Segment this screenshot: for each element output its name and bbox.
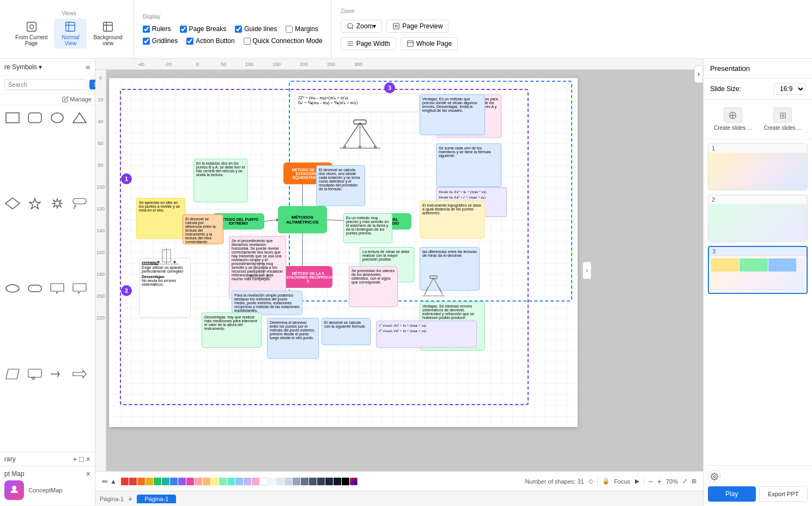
node-determina-desnivel: Determina el desnivel entre los puntos p… [267,318,319,359]
play-btn[interactable]: Play [708,486,756,502]
page-preview-btn[interactable]: Page Preview [386,20,449,33]
right-panel-toggle-outer: › [694,65,703,83]
gridlines-checkbox[interactable]: Gridlines [143,37,178,45]
settings-btn[interactable] [708,470,721,483]
color-swatch-teal[interactable] [162,478,169,485]
color-swatch-light-blue[interactable] [235,478,243,485]
page-width-btn[interactable]: Page Width [341,37,396,50]
fullscreen-icon[interactable]: ⤢ [682,478,687,485]
whole-page-btn[interactable]: Whole Page [401,37,458,50]
shape-star[interactable] [27,195,43,212]
concept-map-close-btn[interactable]: × [86,469,90,478]
shape-diamond[interactable] [4,195,21,212]
quick-connection-checkbox[interactable]: Quick Connection Mode [244,37,323,45]
color-custom[interactable] [350,478,357,485]
canvas-viewport[interactable]: 0 20 40 60 80 100 120 140 160 180 200 22… [95,70,703,471]
triangle-tool[interactable]: ▲ [110,478,117,485]
svg-point-17 [74,207,75,208]
color-swatch-gray3[interactable] [284,478,292,485]
shape-oval[interactable] [4,280,21,297]
action-button-checkbox[interactable]: Action Button [186,37,234,45]
color-swatch-gray2[interactable] [276,478,284,485]
pen-tool[interactable]: ✏ [102,477,108,486]
node-desventajas-box: Desventajas: hay que realizar más medici… [202,312,262,348]
diagram-tripod-2 [420,272,447,302]
color-swatch-gray4[interactable] [293,478,300,485]
color-swatch-red[interactable] [121,478,129,485]
color-swatch-purple[interactable] [178,478,186,485]
color-swatch-light-orange[interactable] [203,478,210,485]
color-swatch-gray1[interactable] [268,478,276,485]
focus-label[interactable]: Focus [614,478,631,485]
shape-starburst[interactable] [49,195,65,212]
library-header: rary + □ × [4,455,90,463]
slide-item-3[interactable]: 3 [708,246,808,294]
margins-checkbox[interactable]: Margins [286,25,318,33]
library-expand-btn[interactable]: □ [79,455,83,463]
slide-item-2[interactable]: 2 [708,195,808,242]
color-swatch-pink[interactable] [186,478,194,485]
add-page-btn[interactable]: + [126,495,135,503]
shape-parallelogram[interactable] [4,366,21,382]
normal-view-btn[interactable]: Normal View [54,19,87,49]
color-swatch-light-purple[interactable] [244,478,251,485]
slide-item-1[interactable]: 1 [708,143,808,190]
color-swatch-black[interactable] [342,478,349,485]
shape-arrow[interactable] [49,366,65,382]
color-swatch-white[interactable] [260,478,268,485]
shape-rounded-rect[interactable] [27,110,43,126]
page-tabs: Página-1 + Página-1 [95,491,703,506]
right-panel-collapse[interactable]: › [583,262,591,279]
manage-btn[interactable]: Manage [62,96,92,103]
color-swatch-light-red[interactable] [195,478,202,485]
color-swatch-gray8[interactable] [325,478,333,485]
slide-1-preview [708,153,807,190]
shape-rectangle[interactable] [4,110,21,126]
slide-size-select[interactable]: 16:9 [774,83,805,95]
color-swatch-gray5[interactable] [301,478,308,485]
create-slides-btn-1[interactable]: ⊕ Create slides ... [710,105,756,133]
shape-triangle[interactable] [71,110,88,126]
play-icon[interactable]: ▶ [635,478,639,485]
zoom-out-btn[interactable]: − [649,477,653,486]
color-swatch-light-pink[interactable] [252,478,259,485]
page-tab-1[interactable]: Página-1 [137,495,176,503]
color-swatch-red2[interactable] [129,478,137,485]
color-swatch-light-yellow[interactable] [211,478,219,485]
from-current-page-btn[interactable]: From Current Page [11,19,52,49]
shape-speech-bubble[interactable] [49,280,65,297]
shape-wide-arrow[interactable] [71,366,88,382]
zoom-row-2: Page Width Whole Page [341,37,458,50]
library-add-btn[interactable]: + [72,455,77,463]
rulers-checkbox[interactable]: Rulers [143,25,171,33]
guide-lines-checkbox[interactable]: Guide lines [235,25,277,33]
color-swatch-blue[interactable] [170,478,178,485]
color-swatch-gray7[interactable] [317,478,325,485]
export-ppt-btn[interactable]: Export PPT [759,486,808,502]
shape-thought-bubble[interactable] [71,195,88,212]
shapes-icon[interactable]: ◇ [589,478,593,485]
color-swatch-gray6[interactable] [309,478,317,485]
color-swatch-light-green[interactable] [219,478,227,485]
shape-rounded-speech[interactable] [71,280,88,297]
color-swatch-dark[interactable] [334,478,341,485]
zoom-in-btn[interactable]: + [657,477,662,486]
zoom-dropdown-btn[interactable]: Zoom▾ [341,20,383,33]
shape-callout[interactable] [27,366,43,382]
right-panel-toggle-btn[interactable]: › [694,65,703,83]
shape-rounded-rect2[interactable] [27,280,43,297]
color-swatch-orange[interactable] [137,478,145,485]
color-swatch-yellow[interactable] [146,478,153,485]
create-slides-btn-2[interactable]: ⊞ Create slides ... [760,105,806,133]
library-close-btn[interactable]: × [86,455,90,463]
background-view-btn[interactable]: Background view [89,19,126,49]
fit-screen-icon[interactable]: ⊞ [692,478,696,485]
color-swatch-light-teal[interactable] [227,478,235,485]
shape-circle[interactable] [49,110,65,126]
collapse-btn[interactable]: « [86,62,90,72]
search-input[interactable] [4,79,87,90]
lock-icon[interactable]: 🔒 [602,478,610,485]
page-canvas[interactable]: 1 2 3 MÉTODOSALTIMÉTRICOS MÉTODO DEL PUN… [109,78,578,427]
page-breaks-checkbox[interactable]: Page Breaks [180,25,227,33]
color-swatch-green[interactable] [154,478,161,485]
